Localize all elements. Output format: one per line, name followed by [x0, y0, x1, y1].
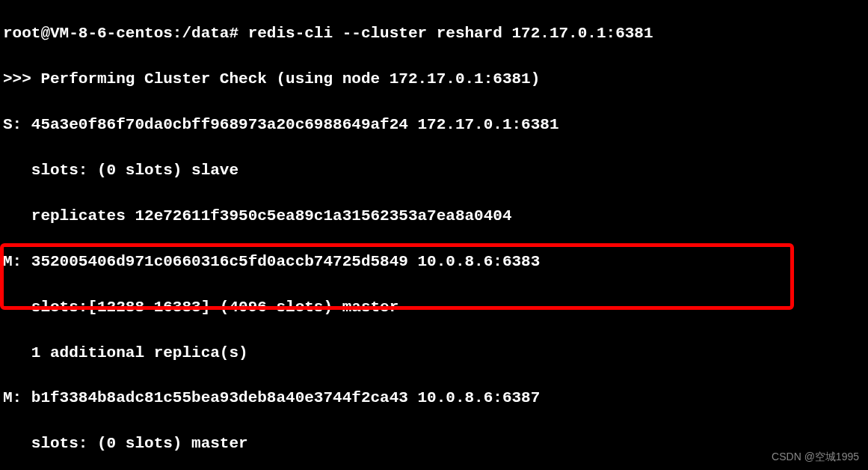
terminal-output: root@VM-8-6-centos:/data# redis-cli --cl…: [3, 0, 865, 470]
terminal-line: M: b1f3384b8adc81c55bea93deb8a40e3744f2c…: [3, 387, 865, 409]
terminal-line: S: 45a3e0f86f70da0cbff968973a20c6988649a…: [3, 114, 865, 136]
terminal-line: root@VM-8-6-centos:/data# redis-cli --cl…: [3, 22, 865, 45]
watermark-text: CSDN @空城1995: [772, 449, 859, 464]
terminal-line: 1 additional replica(s): [3, 342, 865, 364]
terminal-line: slots:[12288-16383] (4096 slots) master: [3, 296, 865, 319]
terminal-line: slots: (0 slots) master: [3, 433, 865, 455]
terminal-line: replicates 12e72611f3950c5ea89c1a3156235…: [3, 205, 865, 228]
terminal-line: >>> Performing Cluster Check (using node…: [3, 68, 865, 91]
terminal-line: slots: (0 slots) slave: [3, 159, 865, 182]
terminal-line: M: 352005406d971c0660316c5fd0accb74725d5…: [3, 251, 865, 273]
